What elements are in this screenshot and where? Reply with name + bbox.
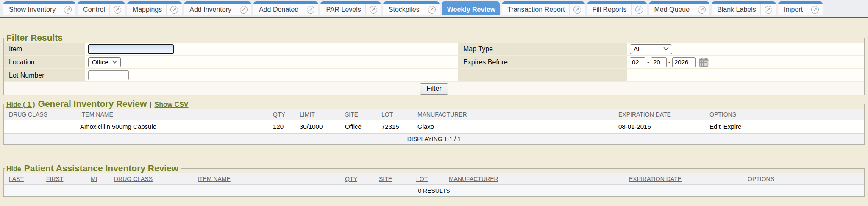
options-column-header: OPTIONS (709, 111, 736, 118)
tab-blank-labels[interactable]: Blank Labels ↗ (712, 1, 776, 15)
sort-lot[interactable]: LOT (381, 111, 393, 118)
filter-button[interactable]: Filter (420, 83, 448, 95)
filter-row-item: Item Map Type All (4, 43, 864, 55)
tab-transaction-report[interactable]: Transaction Report ↗ (502, 1, 584, 15)
tab-label: Transaction Report (502, 4, 569, 15)
filter-row-lot: Lot Number (4, 69, 864, 81)
sort-lot[interactable]: LOT (416, 175, 428, 182)
map-type-select[interactable]: All (630, 44, 672, 54)
sort-drug-class[interactable]: DRUG CLASS (9, 111, 47, 118)
tab-control[interactable]: Control ↗ (78, 1, 125, 15)
cell-site: Office (344, 120, 380, 133)
patient-header-row: LAST FIRST MI DRUG CLASS ITEM NAME QTY S… (4, 173, 864, 184)
external-link-icon: ↗ (811, 6, 819, 14)
external-link-icon: ↗ (370, 6, 377, 14)
tab-add-donated[interactable]: Add Donated ↗ (253, 1, 318, 15)
external-link-icon: ↗ (765, 6, 772, 14)
sort-mi[interactable]: MI (91, 175, 97, 182)
tab-label: Stockpiles (383, 4, 424, 15)
expire-link[interactable]: Expire (723, 123, 742, 130)
chevron-down-icon (663, 47, 669, 50)
text-caret (92, 46, 92, 53)
general-inventory-legend: Hide ( 1 ) General Inventory Review | Sh… (5, 99, 192, 109)
external-link-icon: ↗ (240, 6, 248, 14)
sort-drug-class[interactable]: DRUG CLASS (114, 175, 153, 182)
patient-hide-link[interactable]: Hide (6, 165, 21, 173)
tab-label: Mappings (127, 4, 166, 15)
cell-options: EditExpire (708, 120, 864, 133)
tab-label: Weekly Review (442, 4, 500, 15)
cell-qty: 120 (272, 120, 298, 133)
map-type-label: Map Type (458, 43, 627, 55)
patient-assistance-panel: Hide Patient Assistance Inventory Review… (3, 163, 865, 197)
expires-before-label: Expires Before (458, 56, 627, 68)
tab-label: Blank Labels (712, 4, 760, 15)
tab-med-queue[interactable]: Med Queue ↗ (649, 1, 710, 15)
tab-weekly-review-active[interactable]: Weekly Review (442, 1, 500, 15)
general-inventory-title: General Inventory Review (38, 99, 147, 109)
sort-first[interactable]: FIRST (46, 175, 63, 182)
expires-day-input[interactable] (651, 57, 667, 67)
sort-expiration-date[interactable]: EXPIRATION DATE (618, 111, 671, 118)
expires-year-input[interactable] (672, 57, 696, 67)
options-column-header: OPTIONS (748, 175, 774, 182)
zero-results-label: 0 RESULTS (4, 184, 864, 196)
sort-manufacturer[interactable]: MANUFACTURER (417, 111, 467, 118)
tab-par-levels[interactable]: PAR Levels ↗ (320, 1, 381, 15)
tab-add-inventory[interactable]: Add Inventory ↗ (184, 1, 251, 15)
edit-link[interactable]: Edit (709, 123, 721, 130)
filter-results-panel: Filter Results Item Map Type All Locatio… (3, 33, 865, 95)
tab-show-inventory[interactable]: Show Inventory ↗ (3, 1, 75, 15)
external-link-icon: ↗ (698, 6, 706, 14)
sort-site[interactable]: SITE (379, 175, 392, 182)
location-label: Location (4, 56, 85, 68)
tab-import[interactable]: Import ↗ (778, 1, 823, 15)
cell-manufacturer: Glaxo (416, 120, 617, 133)
sort-site[interactable]: SITE (345, 111, 358, 118)
page-content: Filter Results Item Map Type All Locatio… (0, 33, 868, 197)
top-tab-bar: Show Inventory ↗ Control ↗ Mappings ↗ Ad… (0, 0, 868, 18)
location-selected-value: Office (92, 58, 108, 66)
item-label: Item (4, 43, 85, 55)
show-csv-link[interactable]: Show CSV (155, 101, 189, 109)
sort-manufacturer[interactable]: MANUFACTURER (449, 175, 498, 182)
external-link-icon: ↗ (170, 6, 178, 14)
empty-label-cell (458, 69, 627, 81)
sort-item-name[interactable]: ITEM NAME (198, 175, 231, 182)
sort-last[interactable]: LAST (9, 175, 24, 182)
patient-assistance-legend: Hide Patient Assistance Inventory Review (5, 163, 181, 173)
sort-expiration-date[interactable]: EXPIRATION DATE (629, 175, 682, 182)
date-separator: - (668, 58, 670, 66)
sort-limit[interactable]: LIMIT (300, 111, 315, 118)
tab-label: PAR Levels (320, 4, 365, 15)
location-select[interactable]: Office (88, 57, 121, 67)
displaying-count-label: DISPLAYING 1-1 / 1 (4, 133, 864, 144)
lot-number-label: Lot Number (4, 69, 85, 81)
legend-separator: | (150, 101, 151, 109)
external-link-icon: ↗ (573, 6, 581, 14)
general-footer-row: DISPLAYING 1-1 / 1 (4, 133, 864, 144)
patient-assistance-table: LAST FIRST MI DRUG CLASS ITEM NAME QTY S… (4, 173, 864, 196)
tab-label: Control (78, 4, 109, 15)
tab-label: Show Inventory (3, 4, 60, 15)
external-link-icon: ↗ (428, 6, 436, 14)
item-search-input[interactable] (88, 44, 174, 54)
external-link-icon: ↗ (635, 6, 643, 14)
tab-stockpiles[interactable]: Stockpiles ↗ (383, 1, 440, 15)
map-type-selected-value: All (634, 45, 641, 53)
sort-item-name[interactable]: ITEM NAME (80, 111, 113, 118)
expires-month-input[interactable] (630, 57, 645, 67)
sort-qty[interactable]: QTY (345, 175, 357, 182)
tab-fill-reports[interactable]: Fill Reports ↗ (587, 1, 647, 15)
lot-number-input[interactable] (88, 70, 129, 80)
inventory-table-row: Amoxicillin 500mg Capsule 120 30/1000 Of… (4, 120, 864, 133)
sort-qty[interactable]: QTY (273, 111, 285, 118)
cell-lot: 72315 (380, 120, 416, 133)
empty-input-cell (627, 69, 864, 81)
tab-label: Med Queue (649, 4, 694, 15)
cell-item-name: Amoxicillin 500mg Capsule (79, 120, 272, 133)
calendar-icon[interactable] (699, 58, 709, 67)
general-hide-link[interactable]: Hide ( 1 ) (6, 101, 35, 109)
tab-mappings[interactable]: Mappings ↗ (127, 1, 182, 15)
filter-row-location: Location Office Expires Before - - (4, 56, 864, 68)
